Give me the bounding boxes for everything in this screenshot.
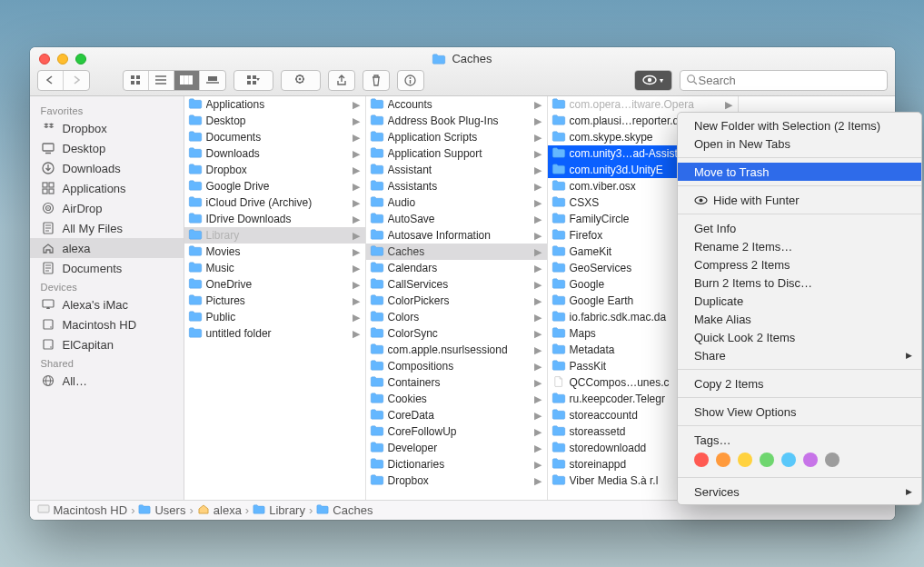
tag-color[interactable]	[738, 453, 752, 467]
path-crumb[interactable]: Users	[138, 503, 185, 517]
path-crumb[interactable]: Macintosh HD	[37, 503, 128, 517]
search-input[interactable]	[699, 74, 881, 87]
menu-item-open-in-new-tabs[interactable]: Open in New Tabs	[678, 134, 921, 153]
file-row[interactable]: Public▶	[184, 309, 365, 325]
file-row[interactable]: com.opera…itware.Opera▶	[548, 96, 738, 113]
menu-item-tags-[interactable]: Tags…	[678, 431, 921, 449]
file-row[interactable]: Dropbox▶	[366, 472, 547, 489]
file-row[interactable]: AutoSave▶	[366, 211, 547, 227]
action-dropdown[interactable]	[281, 70, 321, 91]
menu-item-rename-2-items-[interactable]: Rename 2 Items…	[678, 237, 921, 255]
view-list-button[interactable]	[149, 71, 174, 90]
menu-item-burn-2-items-to-disc-[interactable]: Burn 2 Items to Disc…	[678, 274, 921, 292]
file-row[interactable]: untitled folder▶	[184, 325, 365, 342]
path-crumb[interactable]: Caches	[316, 503, 373, 517]
file-row[interactable]: Movies▶	[184, 244, 365, 260]
file-row[interactable]: CallServices▶	[366, 276, 547, 293]
tag-color[interactable]	[716, 453, 730, 467]
menu-item-share[interactable]: Share	[678, 346, 921, 364]
file-row[interactable]: Accounts▶	[366, 96, 547, 113]
file-row[interactable]: Dropbox▶	[184, 162, 365, 178]
file-row[interactable]: Dictionaries▶	[366, 456, 547, 472]
file-row[interactable]: Application Support▶	[366, 145, 547, 162]
path-crumb[interactable]: alexa	[197, 503, 242, 517]
tag-color[interactable]	[825, 453, 840, 467]
tag-color[interactable]	[760, 453, 774, 467]
nav-back-button[interactable]	[38, 71, 64, 90]
file-row[interactable]: Library▶	[184, 227, 365, 244]
chevron-right-icon: ▶	[534, 246, 541, 258]
sidebar-item-airdrop[interactable]: AirDrop	[30, 198, 184, 218]
trash-button[interactable]	[363, 70, 390, 91]
menu-item-new-folder-with-selection-2-items-[interactable]: New Folder with Selection (2 Items)	[678, 116, 921, 134]
file-row[interactable]: Containers▶	[366, 374, 547, 391]
sidebar-item-desktop[interactable]: Desktop	[30, 138, 184, 158]
file-row[interactable]: Downloads▶	[184, 145, 365, 162]
svg-rect-28	[43, 183, 47, 187]
menu-item-compress-2-items[interactable]: Compress 2 Items	[678, 255, 921, 274]
file-row[interactable]: OneDrive▶	[184, 276, 365, 293]
file-row[interactable]: Caches▶	[366, 244, 547, 260]
file-row[interactable]: Applications▶	[184, 96, 365, 113]
sidebar-item-macintosh-hd[interactable]: Macintosh HD	[30, 314, 184, 334]
menu-item-show-view-options[interactable]: Show View Options	[678, 403, 921, 421]
menu-item-duplicate[interactable]: Duplicate	[678, 292, 921, 310]
view-columns-button[interactable]	[174, 71, 200, 90]
file-row[interactable]: Audio▶	[366, 194, 547, 211]
tag-color[interactable]	[803, 453, 818, 467]
sidebar-item-applications[interactable]: Applications	[30, 178, 184, 198]
sidebar-item-dropbox[interactable]: Dropbox	[30, 118, 184, 138]
file-row[interactable]: Compositions▶	[366, 358, 547, 374]
menu-item-quick-look-2-items[interactable]: Quick Look 2 Items	[678, 328, 921, 346]
sidebar-item-alexa[interactable]: alexa	[30, 238, 184, 258]
menu-item-move-to-trash[interactable]: Move to Trash	[678, 163, 921, 181]
file-row[interactable]: com.apple.nsurlsessiond▶	[366, 342, 547, 358]
sidebar-item-all-my-files[interactable]: All My Files	[30, 218, 184, 238]
sidebar-item-all-[interactable]: All…	[30, 371, 184, 391]
file-row[interactable]: Application Scripts▶	[366, 129, 547, 145]
sidebar-item-downloads[interactable]: Downloads	[30, 158, 184, 178]
file-row[interactable]: Colors▶	[366, 309, 547, 325]
menu-item-hide-with-funter[interactable]: Hide with Funter	[678, 191, 921, 209]
menu-item-copy-2-items[interactable]: Copy 2 Items	[678, 374, 921, 393]
file-row[interactable]: Assistants▶	[366, 178, 547, 194]
document-icon	[551, 376, 566, 389]
file-row[interactable]: Cookies▶	[366, 391, 547, 407]
file-row[interactable]: Documents▶	[184, 129, 365, 145]
tag-color[interactable]	[694, 453, 709, 467]
sidebar-item-elcapitan[interactable]: ElCapitan	[30, 334, 184, 354]
menu-item-get-info[interactable]: Get Info	[678, 219, 921, 237]
view-coverflow-button[interactable]	[200, 71, 225, 90]
file-row[interactable]: Google Drive▶	[184, 178, 365, 194]
info-button[interactable]	[397, 70, 424, 91]
file-row[interactable]: Autosave Information▶	[366, 227, 547, 244]
file-row[interactable]: IDrive Downloads▶	[184, 211, 365, 227]
file-row[interactable]: Calendars▶	[366, 260, 547, 276]
nav-forward-button[interactable]	[64, 71, 89, 90]
menu-item-make-alias[interactable]: Make Alias	[678, 310, 921, 328]
file-row[interactable]: ColorSync▶	[366, 325, 547, 342]
file-row[interactable]: CoreFollowUp▶	[366, 423, 547, 440]
menu-item-services[interactable]: Services	[678, 482, 921, 501]
sidebar-item-alexa-s-imac[interactable]: Alexa's iMac	[30, 294, 184, 314]
tag-color[interactable]	[781, 453, 796, 467]
file-row[interactable]: iCloud Drive (Archive)▶	[184, 194, 365, 211]
sidebar-item-documents[interactable]: Documents	[30, 258, 184, 278]
file-row[interactable]: Desktop▶	[184, 113, 365, 129]
sidebar-item-label: Downloads	[63, 162, 121, 175]
view-icon-button[interactable]	[124, 71, 149, 90]
path-crumb[interactable]: Library	[253, 503, 305, 517]
share-button[interactable]	[328, 70, 355, 91]
file-row[interactable]: Address Book Plug-Ins▶	[366, 113, 547, 129]
path-label: Macintosh HD	[54, 503, 128, 517]
file-row[interactable]: CoreData▶	[366, 407, 547, 423]
arrange-dropdown[interactable]	[233, 70, 273, 91]
search-field[interactable]	[680, 70, 888, 91]
file-row[interactable]: Pictures▶	[184, 293, 365, 309]
funter-dropdown[interactable]: ▾	[634, 70, 672, 91]
file-row[interactable]: Assistant▶	[366, 162, 547, 178]
file-row[interactable]: ColorPickers▶	[366, 293, 547, 309]
chevron-right-icon: ▶	[534, 99, 541, 111]
file-row[interactable]: Developer▶	[366, 440, 547, 456]
file-row[interactable]: Music▶	[184, 260, 365, 276]
